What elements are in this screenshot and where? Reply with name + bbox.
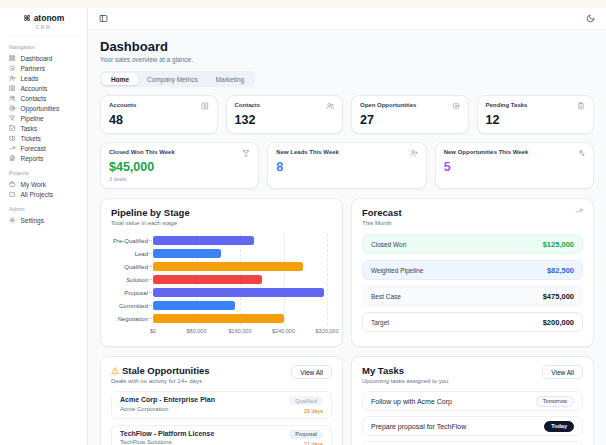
tasks-view-all-button[interactable]: View All — [542, 365, 583, 379]
opportunity-company: Acme Corporation — [120, 406, 215, 412]
sidebar-item-partners[interactable]: Partners — [9, 63, 78, 73]
brand-sub: CRM — [36, 24, 52, 30]
stage-badge: Qualified — [289, 396, 323, 405]
task-row[interactable]: Follow up with Acme Corp Tomorrow — [362, 391, 583, 411]
sidebar-item-tasks[interactable]: Tasks — [9, 123, 78, 133]
sidebar-item-label: Contacts — [21, 95, 47, 102]
chart-category-label: Negotiation — [108, 316, 148, 322]
chart-bar — [153, 236, 254, 246]
building-icon — [201, 102, 209, 110]
atom-icon — [23, 14, 31, 22]
user-plus-icon — [410, 149, 418, 157]
forecast-row-best-case: Best Case $475,000 — [362, 286, 583, 306]
sidebar-item-reports[interactable]: Reports — [9, 153, 78, 163]
trophy-icon — [242, 149, 250, 157]
chart-category-label: Proposal — [108, 290, 148, 296]
alert-triangle-icon — [111, 367, 119, 375]
app-frame: atonom CRM Navigation Dashboard Partners… — [0, 8, 606, 445]
stat-card-open-opportunities: Open Opportunities 27 — [351, 95, 469, 134]
opportunity-company: TechFlow Solutions — [120, 439, 214, 445]
check-square-icon — [9, 125, 16, 132]
tasks-list: Follow up with Acme Corp Tomorrow Prepar… — [362, 391, 583, 445]
brand-name: atonom — [34, 13, 65, 23]
forecast-title: Forecast — [362, 207, 402, 218]
tab-home[interactable]: Home — [102, 73, 138, 85]
topbar — [88, 8, 606, 30]
panel-left-icon[interactable] — [99, 14, 108, 23]
briefcase-icon — [9, 181, 16, 188]
tab-company-metrics[interactable]: Company Metrics — [138, 73, 207, 85]
forecast-row-target: Target $200,000 — [362, 312, 583, 332]
sidebar-item-label: Pipeline — [21, 115, 44, 122]
stale-view-all-button[interactable]: View All — [291, 365, 332, 379]
stat-label: Closed Won This Week — [109, 149, 175, 155]
sidebar-item-opportunities[interactable]: Opportunities — [9, 103, 78, 113]
tab-marketing[interactable]: Marketing — [207, 73, 254, 85]
sidebar-item-label: Settings — [21, 217, 45, 224]
stale-subtitle: Deals with no activity for 14+ days — [111, 378, 210, 384]
sidebar-item-contacts[interactable]: Contacts — [9, 93, 78, 103]
brand: atonom CRM — [9, 8, 78, 37]
sidebar-item-all-projects[interactable]: All Projects — [9, 189, 78, 199]
sidebar-item-accounts[interactable]: Accounts — [9, 83, 78, 93]
forecast-subtitle: This Month — [362, 220, 402, 226]
forecast-row-closed-won: Closed Won $125,000 — [362, 234, 583, 254]
stage-badge: Proposal — [289, 430, 323, 439]
forecast-row-label: Closed Won — [371, 241, 406, 248]
chart-bar — [153, 249, 221, 259]
stale-title: Stale Opportunities — [122, 365, 210, 376]
building-icon — [9, 85, 16, 92]
sidebar-item-label: Tickets — [21, 135, 41, 142]
sidebar: atonom CRM Navigation Dashboard Partners… — [0, 8, 88, 445]
task-row[interactable]: Schedule demo with Horizon Labs Feb 25 — [362, 441, 583, 445]
stale-opportunity-row[interactable]: TechFlow - Platform License TechFlow Sol… — [111, 425, 332, 445]
sidebar-item-my-work[interactable]: My Work — [9, 179, 78, 189]
dashboard-content: Dashboard Your sales overview at a glanc… — [88, 30, 606, 445]
ticket-icon — [9, 135, 16, 142]
chart-bar — [153, 301, 235, 311]
moon-icon[interactable] — [586, 14, 595, 23]
due-badge: Tomorrow — [536, 396, 574, 407]
stat-label: Contacts — [235, 102, 261, 108]
target-icon — [452, 102, 460, 110]
stat-card-contacts: Contacts 132 — [226, 95, 344, 134]
sidebar-item-settings[interactable]: Settings — [9, 215, 78, 225]
sidebar-item-label: Accounts — [21, 85, 48, 92]
main-area: Dashboard Your sales overview at a glanc… — [88, 8, 606, 445]
forecast-row-label: Target — [371, 319, 389, 326]
chart-category-label: Lead — [108, 251, 148, 257]
tasks-title: My Tasks — [362, 365, 448, 376]
bottom-row: Stale Opportunities Deals with no activi… — [100, 356, 594, 445]
task-row[interactable]: Prepare proposal for TechFlow Today — [362, 416, 583, 436]
gear-icon — [9, 217, 16, 224]
users-icon — [326, 102, 334, 110]
my-tasks-panel: My Tasks Upcoming tasks assigned to you … — [351, 356, 594, 445]
funnel-icon — [9, 115, 16, 122]
dashboard-tabs: Home Company Metrics Marketing — [100, 71, 255, 87]
pipeline-title: Pipeline by Stage — [111, 207, 332, 218]
stat-value: $45,000 — [109, 160, 250, 174]
sidebar-item-dashboard[interactable]: Dashboard — [9, 53, 78, 63]
sidebar-item-tickets[interactable]: Tickets — [9, 133, 78, 143]
stale-list: Acme Corp - Enterprise Plan Acme Corpora… — [111, 391, 332, 445]
stat-value: 27 — [360, 113, 460, 127]
forecast-row-value: $475,000 — [543, 292, 574, 301]
stale-opportunity-row[interactable]: Acme Corp - Enterprise Plan Acme Corpora… — [111, 391, 332, 419]
trending-up-icon — [575, 207, 583, 215]
sidebar-item-pipeline[interactable]: Pipeline — [9, 113, 78, 123]
forecast-row-weighted-pipeline: Weighted Pipeline $82,500 — [362, 260, 583, 280]
sidebar-item-label: All Projects — [21, 191, 54, 198]
task-name: Prepare proposal for TechFlow — [371, 423, 466, 430]
middle-row: Pipeline by Stage Total value in each st… — [100, 198, 594, 347]
stat-value: 8 — [276, 160, 417, 174]
chart-bar-row: Negotiation — [153, 312, 327, 325]
sidebar-item-leads[interactable]: Leads — [9, 73, 78, 83]
sidebar-item-forecast[interactable]: Forecast — [9, 143, 78, 153]
sidebar-item-label: Reports — [21, 155, 44, 162]
chart-bar-row: Lead — [153, 247, 327, 260]
stat-subtext: 3 deals — [109, 176, 250, 182]
pipeline-subtitle: Total value in each stage — [111, 220, 332, 226]
chart-bar-row: Proposal — [153, 286, 327, 299]
chart-bar — [153, 314, 284, 324]
opportunity-name: TechFlow - Platform License — [120, 430, 214, 437]
